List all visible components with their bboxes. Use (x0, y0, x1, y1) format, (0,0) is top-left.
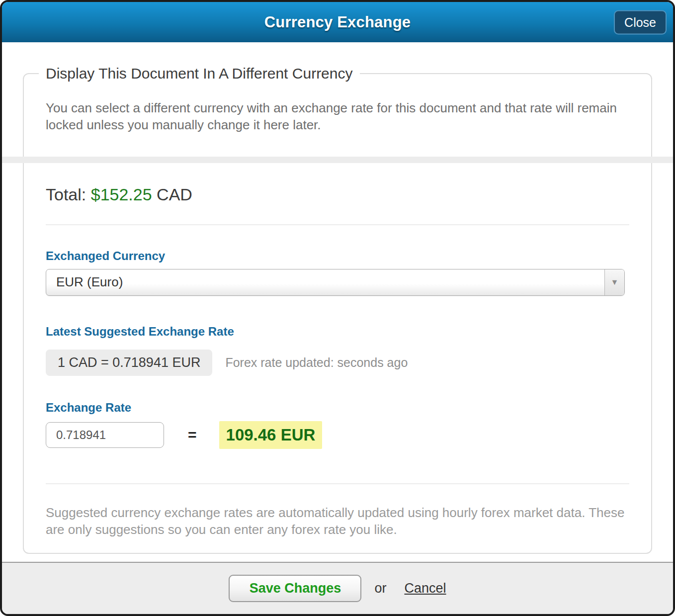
total-row: Total: $152.25 CAD (46, 185, 629, 204)
fieldset-legend: Display This Document In A Different Cur… (39, 65, 360, 83)
fieldset-main: Total: $152.25 CAD Exchanged Currency EU… (24, 185, 651, 538)
currency-fieldset: Display This Document In A Different Cur… (23, 65, 652, 554)
fieldset-content: You can select a different currency with… (24, 99, 651, 134)
equals-sign: = (188, 427, 197, 443)
exchange-rate-label: Exchange Rate (46, 401, 629, 415)
suggested-rate-label: Latest Suggested Exchange Rate (46, 325, 629, 339)
forex-updated-note: Forex rate updated: seconds ago (225, 355, 408, 370)
select-arrow-box: ▼ (604, 269, 624, 295)
exchange-rate-row: = 109.46 EUR (46, 421, 629, 449)
divider (46, 224, 629, 225)
suggested-rate-value: 1 CAD = 0.718941 EUR (46, 350, 212, 376)
exchange-rate-input[interactable] (46, 422, 164, 448)
description-text: You can select a different currency with… (46, 99, 622, 134)
modal-header: Currency Exchange Close (2, 2, 673, 42)
currency-select-value: EUR (Euro) (46, 274, 604, 290)
modal-body: Display This Document In A Different Cur… (2, 42, 673, 562)
suggested-rate-row: 1 CAD = 0.718941 EUR Forex rate updated:… (46, 350, 629, 376)
save-changes-button[interactable]: Save Changes (229, 575, 361, 602)
cancel-link[interactable]: Cancel (404, 581, 446, 596)
close-button[interactable]: Close (614, 10, 667, 34)
total-amount: $152.25 (91, 185, 152, 204)
section-band-divider (2, 157, 673, 163)
chevron-down-icon: ▼ (611, 278, 619, 286)
footnote-text: Suggested currency exchange rates are au… (46, 504, 629, 538)
modal-footer: Save Changes or Cancel (2, 562, 673, 614)
or-label: or (374, 581, 386, 596)
modal-title: Currency Exchange (264, 13, 411, 31)
divider (46, 483, 629, 484)
converted-amount: 109.46 EUR (219, 421, 323, 449)
total-currency: CAD (157, 185, 192, 204)
currency-exchange-modal: Currency Exchange Close Display This Doc… (0, 0, 675, 616)
exchanged-currency-label: Exchanged Currency (46, 249, 629, 263)
total-label: Total: (46, 185, 86, 204)
currency-select[interactable]: EUR (Euro) ▼ (46, 269, 625, 296)
